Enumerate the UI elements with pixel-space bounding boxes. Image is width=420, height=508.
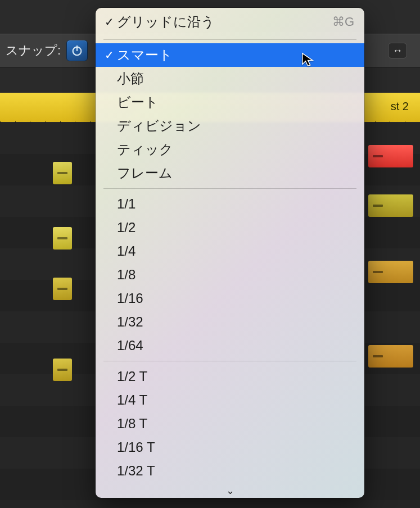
menu-item[interactable]: ✓フレーム bbox=[96, 161, 364, 185]
menu-item-label: ディビジョン bbox=[117, 117, 201, 135]
menu-item[interactable]: ✓スマート bbox=[96, 43, 364, 67]
menu-item[interactable]: ✓1/8 T bbox=[96, 412, 364, 436]
track-region[interactable] bbox=[53, 359, 72, 381]
toolbar-right: ↔ bbox=[375, 34, 420, 67]
region-handle-icon bbox=[57, 237, 67, 239]
track-region[interactable] bbox=[53, 278, 72, 300]
track-region[interactable] bbox=[368, 194, 413, 217]
track-region[interactable] bbox=[53, 162, 72, 184]
menu-item-label: 1/16 bbox=[117, 291, 143, 306]
region-handle-icon bbox=[57, 172, 67, 174]
track-region[interactable] bbox=[368, 145, 413, 167]
menu-separator bbox=[103, 39, 356, 40]
region-handle-icon bbox=[57, 369, 67, 371]
menu-separator bbox=[103, 188, 356, 189]
chevron-down-icon: ⌄ bbox=[226, 485, 234, 496]
menu-item-label: 1/2 bbox=[117, 220, 136, 235]
region-handle-icon bbox=[373, 155, 383, 157]
menu-item-label: 1/8 T bbox=[117, 416, 147, 432]
check-icon: ✓ bbox=[102, 48, 116, 62]
resize-horizontal-icon: ↔ bbox=[392, 45, 403, 57]
menu-item-label: グリッドに沿う bbox=[117, 13, 215, 31]
menu-item-label: 小節 bbox=[117, 70, 144, 88]
snap-power-button[interactable] bbox=[66, 40, 88, 61]
menu-item[interactable]: ✓1/32 bbox=[96, 310, 364, 334]
menu-item[interactable]: ✓1/4 bbox=[96, 239, 364, 263]
menu-shortcut: ⌘G bbox=[332, 15, 354, 29]
power-icon bbox=[71, 44, 83, 57]
menu-item[interactable]: ✓1/64 bbox=[96, 334, 364, 357]
menu-item[interactable]: ✓1/2 bbox=[96, 216, 364, 239]
snap-label: スナップ: bbox=[6, 42, 61, 59]
menu-item-label: 1/4 T bbox=[117, 392, 147, 408]
menu-item-label: 1/64 bbox=[117, 338, 143, 353]
menu-item[interactable]: ✓ディビジョン bbox=[96, 114, 364, 138]
menu-item[interactable]: ✓1/32 T bbox=[96, 459, 364, 483]
menu-item-label: 1/4 bbox=[117, 243, 136, 259]
menu-item[interactable]: ✓1/16 bbox=[96, 287, 364, 310]
menu-item[interactable]: ✓1/8 bbox=[96, 263, 364, 287]
track-region[interactable] bbox=[368, 345, 413, 368]
menu-separator bbox=[103, 361, 356, 361]
track-region[interactable] bbox=[53, 227, 72, 250]
region-handle-icon bbox=[373, 271, 383, 273]
horizontal-resize-tool[interactable]: ↔ bbox=[388, 43, 407, 58]
menu-item[interactable]: ✓ティック bbox=[96, 138, 364, 161]
menu-item-label: スマート bbox=[117, 46, 173, 64]
menu-item[interactable]: ✓1/2 T bbox=[96, 365, 364, 388]
track-region[interactable] bbox=[368, 261, 413, 283]
check-icon: ✓ bbox=[102, 15, 116, 29]
menu-scroll-down-indicator[interactable]: ⌄ bbox=[96, 484, 364, 496]
menu-item[interactable]: ✓1/16 T bbox=[96, 436, 364, 459]
region-handle-icon bbox=[57, 288, 67, 290]
menu-item[interactable]: ✓1/4 T bbox=[96, 388, 364, 412]
menu-item-label: 1/16 T bbox=[117, 439, 155, 455]
menu-item-snap-to-grid[interactable]: ✓グリッドに沿う⌘G bbox=[96, 8, 364, 36]
region-handle-icon bbox=[373, 355, 383, 357]
region-handle-icon bbox=[373, 205, 383, 207]
menu-item-label: 1/8 bbox=[117, 267, 136, 283]
menu-item[interactable]: ✓小節 bbox=[96, 67, 364, 90]
menu-item-label: フレーム bbox=[117, 164, 173, 182]
menu-item[interactable]: ✓ビート bbox=[96, 90, 364, 114]
menu-item-label: 1/1 bbox=[117, 196, 136, 212]
menu-item[interactable]: ✓1/1 bbox=[96, 192, 364, 216]
menu-item-label: ティック bbox=[117, 140, 173, 158]
menu-item-label: 1/32 T bbox=[117, 463, 155, 479]
menu-item-label: 1/2 T bbox=[117, 369, 147, 384]
snap-menu: ✓グリッドに沿う⌘G✓スマート✓小節✓ビート✓ディビジョン✓ティック✓フレーム✓… bbox=[96, 8, 364, 498]
ruler-marker-label: st 2 bbox=[391, 100, 409, 113]
menu-item-label: ビート bbox=[117, 93, 159, 111]
menu-item-label: 1/32 bbox=[117, 314, 143, 330]
